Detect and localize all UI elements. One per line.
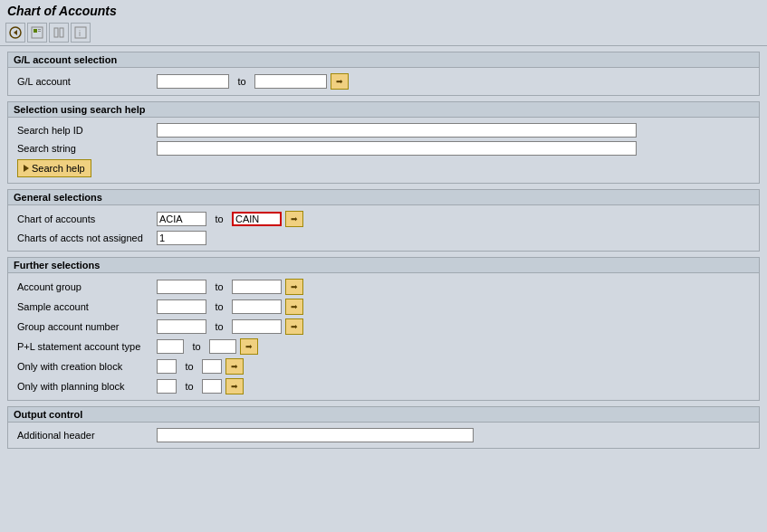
- arrow-right-icon-8: ➡: [231, 382, 238, 391]
- additional-header-label: Additional header: [17, 430, 153, 441]
- sample-account-from-input[interactable]: [157, 299, 206, 314]
- gl-account-nav-btn[interactable]: ➡: [331, 73, 349, 90]
- account-group-to-label: to: [210, 281, 228, 292]
- title-bar: Chart of Accounts: [0, 0, 767, 20]
- arrow-right-icon-4: ➡: [291, 302, 298, 311]
- planning-block-nav-btn[interactable]: ➡: [225, 378, 244, 394]
- search-help-arrow-icon: [24, 165, 29, 172]
- svg-marker-1: [14, 30, 17, 35]
- planning-block-label: Only with planning block: [17, 381, 153, 392]
- group-account-nav-btn[interactable]: ➡: [285, 318, 303, 335]
- chart-of-accounts-label: Chart of accounts: [17, 214, 153, 224]
- further-selections-section: Further selections Account group to ➡ Sa…: [7, 257, 760, 401]
- group-account-to-input[interactable]: [232, 319, 282, 334]
- arrow-right-icon-6: ➡: [245, 342, 253, 351]
- gl-account-to-label: to: [233, 76, 251, 87]
- pl-account-type-nav-btn[interactable]: ➡: [240, 338, 258, 355]
- pl-account-type-label: P+L statement account type: [17, 341, 153, 352]
- sample-account-nav-btn[interactable]: ➡: [285, 299, 303, 315]
- pl-account-type-to-input[interactable]: [209, 339, 236, 354]
- gl-account-label: G/L account: [17, 76, 153, 87]
- chart-of-accounts-to-input[interactable]: [232, 212, 282, 226]
- planning-block-from-input[interactable]: [157, 379, 177, 394]
- creation-block-nav-btn[interactable]: ➡: [225, 358, 244, 375]
- planning-block-to-label: to: [180, 381, 198, 392]
- main-content: G/L account selection G/L account to ➡ S…: [0, 46, 767, 454]
- charts-not-assigned-input[interactable]: [157, 231, 206, 245]
- creation-block-label: Only with creation block: [17, 361, 153, 372]
- arrow-right-icon-5: ➡: [291, 322, 298, 331]
- arrow-right-icon: ➡: [336, 77, 343, 86]
- execute-button[interactable]: [27, 23, 47, 43]
- chart-of-accounts-from-input[interactable]: [157, 212, 206, 226]
- output-control-section: Output control Additional header: [7, 406, 760, 449]
- output-control-header: Output control: [8, 407, 759, 423]
- pl-account-type-from-input[interactable]: [157, 339, 184, 354]
- creation-block-from-input[interactable]: [157, 359, 177, 374]
- sample-account-label: Sample account: [17, 301, 153, 312]
- back-button[interactable]: [5, 23, 25, 43]
- arrow-right-icon-2: ➡: [291, 214, 298, 223]
- search-help-id-input[interactable]: [157, 123, 637, 138]
- info-button[interactable]: i: [71, 23, 91, 43]
- gl-account-to-input[interactable]: [254, 74, 327, 89]
- sample-account-to-input[interactable]: [232, 299, 282, 314]
- arrow-right-icon-7: ➡: [231, 362, 238, 371]
- svg-text:i: i: [79, 29, 81, 38]
- search-string-input[interactable]: [157, 141, 637, 156]
- search-help-button[interactable]: Search help: [17, 159, 91, 177]
- account-group-nav-btn[interactable]: ➡: [285, 279, 303, 295]
- group-account-to-label: to: [210, 321, 228, 332]
- gl-account-header: G/L account selection: [8, 52, 759, 68]
- account-group-from-input[interactable]: [157, 280, 206, 294]
- svg-rect-8: [75, 27, 86, 38]
- toolbar: i: [0, 20, 767, 46]
- sample-account-to-label: to: [210, 301, 228, 312]
- pl-account-type-to-label: to: [187, 341, 206, 352]
- general-selections-section: General selections Chart of accounts to …: [7, 189, 760, 252]
- general-selections-header: General selections: [8, 190, 759, 205]
- search-help-header: Selection using search help: [8, 102, 759, 118]
- search-help-section: Selection using search help Search help …: [7, 101, 760, 184]
- chart-of-accounts-nav-btn[interactable]: ➡: [285, 211, 303, 227]
- account-group-label: Account group: [17, 281, 153, 292]
- group-account-label: Group account number: [17, 321, 153, 332]
- chart-of-accounts-to-label: to: [210, 214, 228, 224]
- charts-not-assigned-label: Charts of accts not assigned: [17, 233, 153, 243]
- search-help-id-label: Search help ID: [17, 125, 153, 136]
- further-selections-header: Further selections: [8, 258, 759, 273]
- account-group-to-input[interactable]: [232, 280, 282, 294]
- svg-rect-7: [60, 28, 63, 37]
- svg-rect-6: [54, 28, 58, 37]
- additional-header-input[interactable]: [157, 428, 474, 442]
- svg-rect-5: [38, 31, 41, 32]
- planning-block-to-input[interactable]: [202, 379, 222, 394]
- layout-button[interactable]: [49, 23, 69, 43]
- page-title: Chart of Accounts: [7, 4, 117, 18]
- creation-block-to-label: to: [180, 361, 198, 372]
- creation-block-to-input[interactable]: [202, 359, 222, 374]
- svg-rect-3: [34, 29, 37, 33]
- svg-rect-4: [38, 29, 41, 30]
- search-string-label: Search string: [17, 143, 153, 154]
- arrow-right-icon-3: ➡: [291, 282, 298, 291]
- gl-account-section: G/L account selection G/L account to ➡: [7, 52, 760, 96]
- group-account-from-input[interactable]: [157, 319, 206, 334]
- gl-account-from-input[interactable]: [157, 74, 229, 89]
